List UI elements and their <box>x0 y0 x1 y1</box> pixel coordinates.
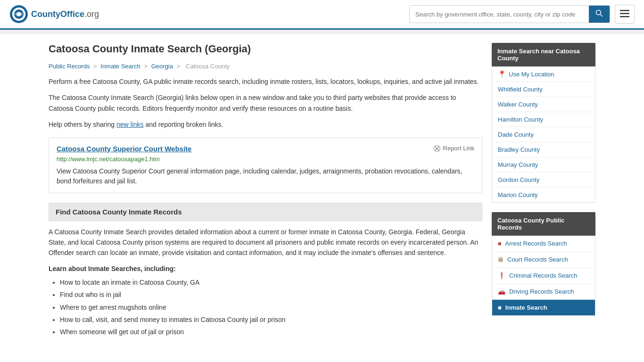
link-card-description: View Catoosa County Superior Court gener… <box>57 166 474 186</box>
marion-county-link[interactable]: Marion County <box>498 191 538 198</box>
sidebar-item-hamilton[interactable]: Hamilton County <box>492 112 595 127</box>
list-item: Find out who is in jail <box>60 289 482 300</box>
sidebar-court-records[interactable]: 🏛 Court Records Search <box>492 252 595 268</box>
sidebar-item-murray[interactable]: Murray County <box>492 157 595 173</box>
court-icon: 🏛 <box>498 256 504 263</box>
court-records-link[interactable]: Court Records Search <box>507 256 568 263</box>
link-card-url: http://www.lmjc.net/catoosapage1.htm <box>57 156 474 163</box>
report-icon <box>433 145 441 152</box>
arrest-icon: ■ <box>498 240 501 247</box>
list-item: How to call, visit, and send money to in… <box>60 314 482 325</box>
svg-rect-6 <box>620 10 629 11</box>
find-records-section: Find Catoosa County Inmate Records A Cat… <box>49 203 482 337</box>
desc-para3-suffix: and reporting broken links. <box>144 121 223 128</box>
logo[interactable]: CountyOffice.org <box>9 5 99 24</box>
sidebar-item-dade[interactable]: Dade County <box>492 127 595 142</box>
find-records-header: Find Catoosa County Inmate Records <box>49 203 482 221</box>
inmate-icon: ■ <box>498 304 502 311</box>
desc-para3-prefix: Help others by sharing <box>49 121 116 128</box>
sidebar-nearby-section: Inmate Search near Catoosa County 📍 Use … <box>492 43 595 203</box>
walker-county-link[interactable]: Walker County <box>498 101 538 108</box>
sidebar-public-records-body: ■ Arrest Records Search 🏛 Court Records … <box>492 236 595 316</box>
breadcrumb-sep-3: > <box>177 63 182 70</box>
logo-icon <box>9 5 28 24</box>
use-my-location-link[interactable]: Use My Location <box>509 71 554 78</box>
sidebar-public-records-header: Catoosa County Public Records <box>492 212 595 236</box>
bullet-list: How to locate an inmate in Catoosa Count… <box>49 277 482 337</box>
inmate-search-link[interactable]: Inmate Search <box>505 304 547 311</box>
dade-county-link[interactable]: Dade County <box>498 131 534 138</box>
bradley-county-link[interactable]: Bradley County <box>498 146 540 153</box>
svg-point-4 <box>596 10 601 15</box>
sidebar-public-records-section: Catoosa County Public Records ■ Arrest R… <box>492 212 595 316</box>
page-title: Catoosa County Inmate Search (Georgia) <box>49 43 482 55</box>
breadcrumb-inmate-search[interactable]: Inmate Search <box>100 63 140 70</box>
sidebar-inmate-search[interactable]: ■ Inmate Search <box>492 300 595 315</box>
gordon-county-link[interactable]: Gordon County <box>498 176 539 183</box>
link-card-title[interactable]: Catoosa County Superior Court Website <box>57 145 191 153</box>
learn-heading: Learn about Inmate Searches, including: <box>49 265 482 272</box>
sidebar-item-walker[interactable]: Walker County <box>492 97 595 112</box>
whitfield-county-link[interactable]: Whitfield County <box>498 86 543 93</box>
breadcrumb-catoosa: Catoosa County <box>186 63 230 70</box>
breadcrumb-georgia[interactable]: Georgia <box>151 63 173 70</box>
site-header: CountyOffice.org <box>0 0 644 30</box>
murray-county-link[interactable]: Murray County <box>498 161 538 168</box>
header-right <box>409 5 635 24</box>
sidebar-nearby-header: Inmate Search near Catoosa County <box>492 43 595 66</box>
sidebar-driving-records[interactable]: 🚗 Driving Records Search <box>492 284 595 300</box>
main-container: Catoosa County Inmate Search (Georgia) P… <box>39 33 605 349</box>
criminal-icon: ❗ <box>498 272 505 279</box>
link-card: Catoosa County Superior Court Website Re… <box>49 138 482 193</box>
breadcrumb-sep-2: > <box>144 63 149 70</box>
search-input[interactable] <box>410 7 589 22</box>
sidebar-arrest-records[interactable]: ■ Arrest Records Search <box>492 236 595 252</box>
menu-button[interactable] <box>615 5 635 24</box>
search-button[interactable] <box>589 6 610 23</box>
svg-point-3 <box>17 12 21 16</box>
report-link-button[interactable]: Report Link <box>433 145 474 152</box>
sidebar-criminal-records[interactable]: ❗ Criminal Records Search <box>492 268 595 284</box>
report-link-label: Report Link <box>443 145 474 152</box>
description-para3: Help others by sharing new links and rep… <box>49 119 482 130</box>
sidebar-nearby-body: 📍 Use My Location Whitfield County Walke… <box>492 66 595 203</box>
description-para1: Perform a free Catoosa County, GA public… <box>49 76 482 87</box>
sub-header-bar <box>0 30 644 33</box>
svg-line-5 <box>601 15 603 17</box>
breadcrumb-sep-1: > <box>93 63 99 70</box>
list-item: When someone will get out of jail or pri… <box>60 327 482 337</box>
sidebar-item-whitfield[interactable]: Whitfield County <box>492 82 595 97</box>
link-card-header: Catoosa County Superior Court Website Re… <box>57 145 474 153</box>
breadcrumb-public-records[interactable]: Public Records <box>49 63 90 70</box>
svg-rect-7 <box>620 13 629 15</box>
logo-text: CountyOffice.org <box>31 9 99 19</box>
search-form <box>409 5 610 23</box>
sidebar-item-bradley[interactable]: Bradley County <box>492 142 595 157</box>
sidebar-item-gordon[interactable]: Gordon County <box>492 173 595 188</box>
sidebar-item-marion[interactable]: Marion County <box>492 188 595 202</box>
criminal-records-link[interactable]: Criminal Records Search <box>509 272 578 279</box>
arrest-records-link[interactable]: Arrest Records Search <box>505 240 567 247</box>
breadcrumb: Public Records > Inmate Search > Georgia… <box>49 63 482 70</box>
find-records-content: A Catoosa County Inmate Search provides … <box>49 227 482 258</box>
hamilton-county-link[interactable]: Hamilton County <box>498 116 543 123</box>
sidebar: Inmate Search near Catoosa County 📍 Use … <box>492 43 595 339</box>
driving-records-link[interactable]: Driving Records Search <box>509 288 574 295</box>
sidebar-use-location[interactable]: 📍 Use My Location <box>492 66 595 82</box>
new-links-link[interactable]: new links <box>116 121 144 128</box>
content-area: Catoosa County Inmate Search (Georgia) P… <box>49 43 482 339</box>
svg-rect-8 <box>620 16 629 17</box>
driving-icon: 🚗 <box>498 288 505 295</box>
description-para2: The Catoosa County Inmate Search (Georgi… <box>49 92 482 114</box>
hamburger-icon <box>620 10 629 17</box>
list-item: How to locate an inmate in Catoosa Count… <box>60 277 482 288</box>
list-item: Where to get arrest mugshots online <box>60 302 482 313</box>
location-pin-icon: 📍 <box>498 70 506 78</box>
search-icon <box>595 9 603 17</box>
